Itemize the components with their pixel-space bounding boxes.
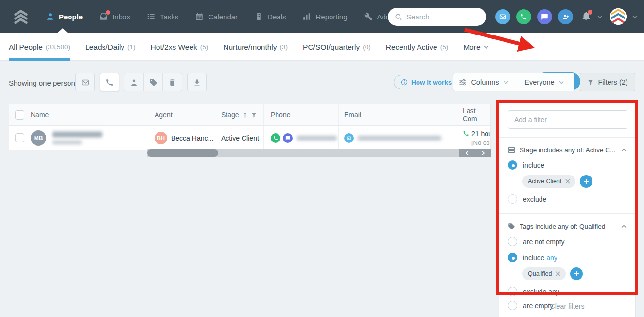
- chevron-up-icon[interactable]: [621, 148, 627, 152]
- row-checkbox[interactable]: [15, 133, 24, 142]
- text-message-button[interactable]: [537, 9, 552, 24]
- bulk-call-button[interactable]: [100, 73, 119, 91]
- column-filter-icon[interactable]: [251, 112, 257, 118]
- last-comm-value: 21 hou: [471, 130, 490, 138]
- tab-all-people[interactable]: All People (33,500): [9, 33, 70, 61]
- tab-count: (33,500): [46, 43, 70, 51]
- text-contact-button[interactable]: [283, 133, 293, 143]
- tag-button[interactable]: [143, 73, 162, 91]
- tags-exclude-option[interactable]: exclude any: [508, 287, 627, 296]
- phone-icon: [273, 136, 278, 141]
- filter-section-title: Stage includes any of: Active C...: [520, 146, 617, 154]
- chevron-down-icon: [559, 81, 564, 84]
- nav-item-calendar[interactable]: Calendar: [195, 12, 238, 21]
- any-link[interactable]: any: [546, 254, 557, 262]
- table-horizontal-scrollbar[interactable]: [147, 149, 491, 157]
- active-section-caret: [57, 28, 68, 33]
- tag-icon: [149, 78, 157, 87]
- column-header-last-comm[interactable]: Last Com: [463, 107, 490, 123]
- stage-include-option[interactable]: include: [508, 160, 627, 170]
- radio-selected[interactable]: [508, 160, 517, 170]
- download-icon: [193, 78, 201, 87]
- column-header-name[interactable]: Name: [31, 111, 49, 119]
- account-chevron-icon[interactable]: [632, 15, 637, 18]
- plus-icon: [583, 178, 589, 184]
- notifications-button[interactable]: [581, 11, 592, 22]
- app-logo-icon[interactable]: [13, 8, 29, 25]
- email-contact-button[interactable]: [344, 133, 354, 143]
- people-table: Name Agent Stage Phone Email Last Com MB: [9, 104, 491, 150]
- filters-toggle-button[interactable]: Filters (2): [580, 73, 635, 91]
- radio-unselected[interactable]: [508, 194, 517, 204]
- user-avatar[interactable]: [610, 8, 627, 25]
- add-filter-input[interactable]: [508, 110, 627, 129]
- showing-count-label: Showing one person: [9, 79, 75, 87]
- column-header-stage[interactable]: Stage: [221, 111, 239, 119]
- person-add-icon: [562, 13, 569, 20]
- add-stage-value-button[interactable]: [580, 175, 592, 188]
- export-button[interactable]: [187, 73, 207, 91]
- stage-filter-chip: Active Client: [522, 175, 575, 188]
- tab-pc-soi-quarterly[interactable]: PC/SOI/quarterly (0): [303, 33, 371, 61]
- add-person-button[interactable]: [558, 9, 573, 24]
- how-it-works-button[interactable]: How it works: [394, 75, 459, 89]
- table-row[interactable]: MB BH Becca Hanc... Active Client: [9, 126, 490, 150]
- column-header-email[interactable]: Email: [344, 111, 361, 119]
- radio-selected[interactable]: [508, 253, 517, 262]
- notifications-chevron-icon[interactable]: [597, 15, 602, 18]
- nav-item-inbox[interactable]: Inbox: [99, 12, 130, 21]
- stage-exclude-option[interactable]: exclude: [508, 194, 627, 204]
- delete-button[interactable]: [162, 73, 181, 91]
- info-icon: [401, 79, 408, 86]
- tags-include-option[interactable]: include any: [508, 253, 627, 262]
- radio-unselected[interactable]: [508, 237, 517, 246]
- people-icon: [46, 12, 54, 21]
- add-tag-value-button[interactable]: [570, 267, 583, 280]
- tab-leads-daily[interactable]: Leads/Daily (1): [85, 33, 136, 61]
- column-header-agent[interactable]: Agent: [155, 111, 173, 119]
- stage-rows-icon: [508, 146, 515, 154]
- chevron-up-icon[interactable]: [621, 225, 627, 228]
- nav-item-tasks[interactable]: Tasks: [147, 12, 178, 21]
- tags-not-empty-option[interactable]: are not empty: [508, 237, 627, 246]
- include-label: include: [523, 254, 544, 262]
- option-label: exclude: [523, 195, 546, 203]
- active-tab-underline: [9, 58, 70, 61]
- search-input[interactable]: [406, 13, 474, 21]
- call-contact-button[interactable]: [271, 133, 280, 143]
- sort-ascending-icon[interactable]: [242, 112, 248, 118]
- call-button[interactable]: [516, 9, 531, 24]
- scrollbar-thumb[interactable]: [147, 149, 218, 157]
- remove-chip-icon[interactable]: [565, 179, 570, 184]
- lists-tab-bar: All People (33,500) Leads/Daily (1) Hot/…: [0, 33, 644, 61]
- scroll-right-button[interactable]: [475, 149, 491, 157]
- filters-panel: Stage includes any of: Active C... inclu…: [499, 102, 636, 317]
- nav-item-deals[interactable]: Deals: [254, 12, 286, 21]
- radio-unselected[interactable]: [508, 287, 517, 296]
- select-all-checkbox[interactable]: [15, 110, 24, 120]
- compose-email-button[interactable]: [495, 9, 510, 24]
- bell-notification-dot: [588, 10, 592, 15]
- bulk-email-button[interactable]: [75, 73, 95, 91]
- stage-value: Active Client: [221, 134, 259, 142]
- chevron-down-icon: [484, 45, 489, 49]
- phone-icon: [463, 130, 469, 137]
- tab-hot-2xs-week[interactable]: Hot/2xs Week (5): [151, 33, 209, 61]
- email-icon: [81, 78, 89, 87]
- tab-recently-active[interactable]: Recently Active (5): [386, 33, 448, 61]
- scroll-left-button[interactable]: [459, 149, 475, 157]
- nav-label: Tasks: [160, 13, 178, 21]
- columns-dropdown[interactable]: Columns: [453, 73, 514, 91]
- assign-agent-button[interactable]: [124, 73, 143, 91]
- tab-label: Leads/Daily: [85, 43, 124, 52]
- clear-filters-button[interactable]: Clear filters: [499, 302, 635, 310]
- remove-chip-icon[interactable]: [556, 271, 560, 276]
- column-header-phone[interactable]: Phone: [271, 111, 290, 119]
- tab-label: Hot/2xs Week: [151, 43, 197, 52]
- nav-item-people[interactable]: People: [46, 12, 83, 21]
- tab-nurture-monthly[interactable]: Nurture/monthly (3): [223, 33, 288, 61]
- trash-icon: [168, 78, 176, 87]
- nav-item-reporting[interactable]: Reporting: [302, 12, 347, 21]
- everyone-dropdown[interactable]: Everyone: [514, 73, 574, 91]
- tab-more[interactable]: More: [463, 33, 488, 61]
